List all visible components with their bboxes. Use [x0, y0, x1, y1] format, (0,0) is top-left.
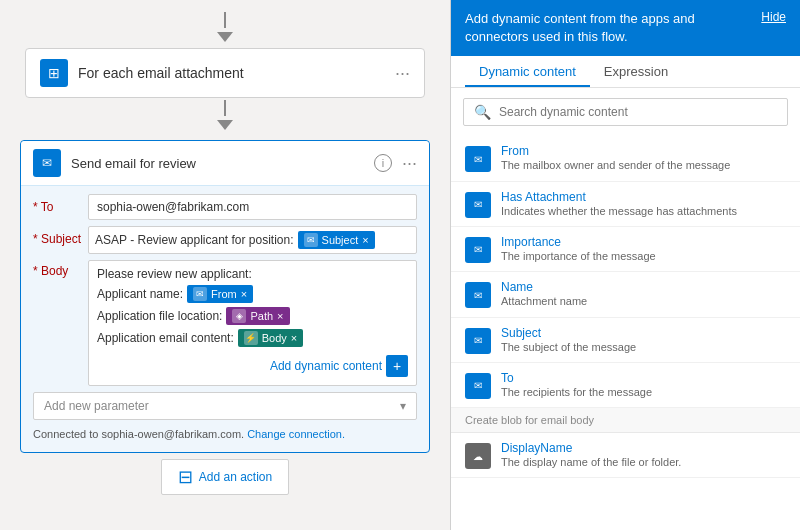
dynamic-item-displayname[interactable]: ☁ DisplayName The display name of the fi… [451, 433, 800, 478]
body-textarea[interactable]: Please review new applicant: Applicant n… [88, 260, 417, 386]
importance-desc: The importance of the message [501, 249, 786, 263]
send-email-title: Send email for review [71, 156, 364, 171]
displayname-text: DisplayName The display name of the file… [501, 441, 786, 469]
subject-prefix: ASAP - Review applicant for position: [95, 233, 294, 247]
change-connection-link[interactable]: Change connection. [247, 428, 345, 440]
body-text3: Application file location: [97, 309, 222, 323]
body-line2: Applicant name: ✉ From × [97, 285, 408, 303]
displayname-desc: The display name of the file or folder. [501, 455, 786, 469]
subject-item-desc: The subject of the message [501, 340, 786, 354]
displayname-name: DisplayName [501, 441, 786, 455]
send-email-icon: ✉ [33, 149, 61, 177]
from-tag-label: From [211, 288, 237, 300]
body-row: Body Please review new applicant: Applic… [33, 260, 417, 386]
name-item-name: Name [501, 280, 786, 294]
subject-tag[interactable]: ✉ Subject × [298, 231, 375, 249]
add-param-row[interactable]: Add new parameter ▾ [33, 392, 417, 420]
has-attachment-text: Has Attachment Indicates whether the mes… [501, 190, 786, 218]
connected-label: Connected to sophia-owen@fabrikam.com. [33, 428, 244, 440]
right-header: Add dynamic content from the apps and co… [451, 0, 800, 56]
info-icon[interactable]: i [374, 154, 392, 172]
importance-icon: ✉ [465, 237, 491, 263]
to-item-text: To The recipients for the message [501, 371, 786, 399]
send-email-menu-btn[interactable]: ··· [402, 154, 417, 172]
from-tag-icon: ✉ [193, 287, 207, 301]
arrow-top [217, 12, 233, 46]
body-tag[interactable]: ⚡ Body × [238, 329, 304, 347]
to-row: To sophia-owen@fabrikam.com [33, 194, 417, 220]
from-item-icon: ✉ [465, 146, 491, 172]
to-input[interactable]: sophia-owen@fabrikam.com [88, 194, 417, 220]
send-email-block: ✉ Send email for review i ··· To sophia-… [20, 140, 430, 453]
from-item-text: From The mailbox owner and sender of the… [501, 144, 786, 172]
add-action-button[interactable]: ⊟ Add an action [161, 459, 289, 495]
dynamic-list: ✉ From The mailbox owner and sender of t… [451, 136, 800, 530]
chevron-down-icon: ▾ [400, 399, 406, 413]
name-item-text: Name Attachment name [501, 280, 786, 308]
name-item-icon: ✉ [465, 282, 491, 308]
foreach-icon: ⊞ [40, 59, 68, 87]
subject-tag-label: Subject [322, 234, 359, 246]
body-tag-close[interactable]: × [291, 332, 297, 344]
subject-tag-close[interactable]: × [362, 234, 368, 246]
send-email-body: To sophia-owen@fabrikam.com Subject ASAP… [21, 186, 429, 452]
importance-text: Importance The importance of the message [501, 235, 786, 263]
body-text2: Applicant name: [97, 287, 183, 301]
hide-link[interactable]: Hide [761, 10, 786, 24]
foreach-label: For each email attachment [78, 65, 385, 81]
dynamic-item-name[interactable]: ✉ Name Attachment name [451, 272, 800, 317]
tab-dynamic-content[interactable]: Dynamic content [465, 56, 590, 87]
right-panel: Add dynamic content from the apps and co… [450, 0, 800, 530]
add-dynamic-row: Add dynamic content + [97, 351, 408, 379]
subject-row: Subject ASAP - Review applicant for posi… [33, 226, 417, 254]
table-icon: ⊟ [178, 466, 193, 488]
arrow-middle [217, 100, 233, 134]
body-line1: Please review new applicant: [97, 267, 408, 281]
add-dynamic-link[interactable]: Add dynamic content [270, 359, 382, 373]
importance-name: Importance [501, 235, 786, 249]
foreach-block[interactable]: ⊞ For each email attachment ··· [25, 48, 425, 98]
left-panel: ⊞ For each email attachment ··· ✉ Send e… [0, 0, 450, 530]
path-tag[interactable]: ◈ Path × [226, 307, 289, 325]
subject-label: Subject [33, 226, 88, 246]
body-line3: Application file location: ◈ Path × [97, 307, 408, 325]
from-tag-close[interactable]: × [241, 288, 247, 300]
has-attachment-icon: ✉ [465, 192, 491, 218]
add-action-label: Add an action [199, 470, 272, 484]
to-item-icon: ✉ [465, 373, 491, 399]
subject-item-text: Subject The subject of the message [501, 326, 786, 354]
tabs-row: Dynamic content Expression [451, 56, 800, 88]
has-attachment-name: Has Attachment [501, 190, 786, 204]
body-tag-label: Body [262, 332, 287, 344]
has-attachment-desc: Indicates whether the message has attach… [501, 204, 786, 218]
subject-item-name: Subject [501, 326, 786, 340]
subject-item-icon: ✉ [465, 328, 491, 354]
tab-expression[interactable]: Expression [590, 56, 682, 87]
body-line4: Application email content: ⚡ Body × [97, 329, 408, 347]
from-item-name: From [501, 144, 786, 158]
dynamic-item-importance[interactable]: ✉ Importance The importance of the messa… [451, 227, 800, 272]
from-tag[interactable]: ✉ From × [187, 285, 253, 303]
to-item-name: To [501, 371, 786, 385]
connected-text: Connected to sophia-owen@fabrikam.com. C… [33, 424, 417, 444]
to-label: To [33, 194, 88, 214]
right-header-text: Add dynamic content from the apps and co… [465, 10, 761, 46]
search-icon: 🔍 [474, 104, 491, 120]
dynamic-item-has-attachment[interactable]: ✉ Has Attachment Indicates whether the m… [451, 182, 800, 227]
from-item-desc: The mailbox owner and sender of the mess… [501, 158, 786, 172]
add-dynamic-btn[interactable]: + [386, 355, 408, 377]
search-input[interactable] [499, 105, 777, 119]
path-tag-close[interactable]: × [277, 310, 283, 322]
foreach-menu-btn[interactable]: ··· [395, 64, 410, 82]
displayname-icon: ☁ [465, 443, 491, 469]
body-tag-icon: ⚡ [244, 331, 258, 345]
name-item-desc: Attachment name [501, 294, 786, 308]
dynamic-item-to[interactable]: ✉ To The recipients for the message [451, 363, 800, 408]
search-box: 🔍 [463, 98, 788, 126]
body-label: Body [33, 260, 88, 278]
body-text4: Application email content: [97, 331, 234, 345]
body-text1: Please review new applicant: [97, 267, 252, 281]
dynamic-item-subject[interactable]: ✉ Subject The subject of the message [451, 318, 800, 363]
subject-input[interactable]: ASAP - Review applicant for position: ✉ … [88, 226, 417, 254]
dynamic-item-from[interactable]: ✉ From The mailbox owner and sender of t… [451, 136, 800, 181]
